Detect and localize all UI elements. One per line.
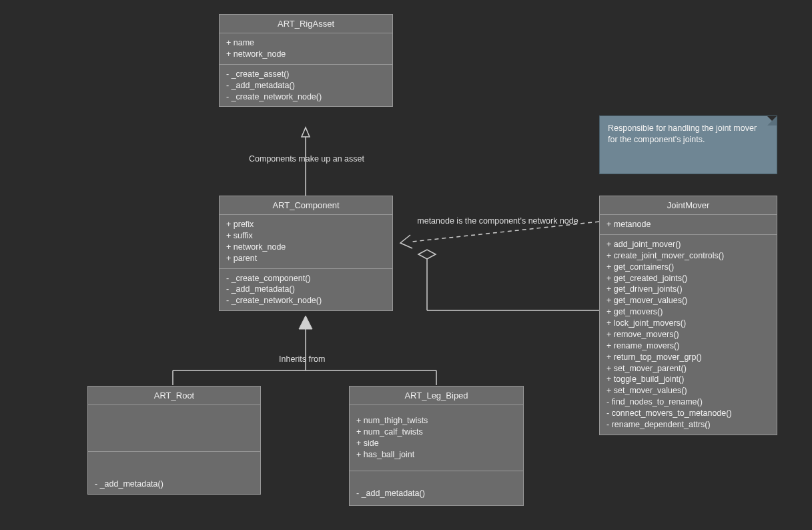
class-attrs: + prefix + suffix + network_node + paren… — [220, 215, 392, 269]
label-components-make-up-asset: Components make up an asset — [242, 154, 372, 164]
attr: + suffix — [226, 230, 386, 242]
op: - _add_metadata() — [226, 284, 386, 295]
attr: + prefix — [226, 219, 386, 230]
svg-marker-2 — [299, 316, 312, 329]
op: + get_containers() — [606, 262, 770, 273]
class-art-root: ART_Root - _add_metadata() — [87, 386, 261, 495]
class-ops: + add_joint_mover() + create_joint_mover… — [600, 235, 777, 435]
class-title: ART_Leg_Biped — [350, 386, 523, 405]
attr: + name — [226, 37, 386, 49]
op: + lock_joint_movers() — [606, 318, 770, 329]
class-ops: - _add_metadata() — [350, 471, 523, 506]
label-metanode: metanode is the component's network node — [404, 216, 591, 226]
class-ops: - _create_asset() - _add_metadata() - _c… — [220, 65, 392, 107]
attr: + metanode — [606, 219, 770, 230]
attr: + has_ball_joint — [356, 449, 516, 461]
attr: + parent — [226, 253, 386, 264]
class-art-component: ART_Component + prefix + suffix + networ… — [219, 196, 393, 311]
op: - _create_component() — [226, 273, 386, 284]
note-text: Responsible for handling the joint mover… — [608, 123, 757, 144]
op: + rename_movers() — [606, 340, 770, 352]
class-ops: - _add_metadata() — [88, 452, 260, 494]
attr: + num_calf_twists — [356, 427, 516, 438]
class-title: ART_Root — [88, 386, 260, 405]
class-attrs: + num_thigh_twists + num_calf_twists + s… — [350, 405, 523, 471]
op: + get_driven_joints() — [606, 284, 770, 295]
op: + remove_movers() — [606, 329, 770, 340]
note-fold-icon — [767, 116, 777, 125]
class-ops: - _create_component() - _add_metadata() … — [220, 269, 392, 311]
op: - connect_movers_to_metanode() — [606, 408, 770, 419]
op: + set_mover_parent() — [606, 363, 770, 374]
op: + toggle_build_joint() — [606, 374, 770, 385]
class-joint-mover: JointMover + metanode + add_joint_mover(… — [599, 196, 777, 435]
op: + add_joint_mover() — [606, 239, 770, 250]
class-art-rig-asset: ART_RigAsset + name + network_node - _cr… — [219, 14, 393, 107]
class-title: JointMover — [600, 196, 777, 215]
op: - _add_metadata() — [95, 479, 254, 490]
attr: + network_node — [226, 49, 386, 60]
op: + set_mover_values() — [606, 385, 770, 396]
op: + get_mover_values() — [606, 295, 770, 306]
op: + create_joint_mover_controls() — [606, 250, 770, 262]
class-art-leg-biped: ART_Leg_Biped + num_thigh_twists + num_c… — [349, 386, 524, 506]
svg-marker-1 — [302, 127, 310, 137]
op: + return_top_mover_grp() — [606, 352, 770, 363]
class-attrs: + metanode — [600, 215, 777, 235]
class-attrs: + name + network_node — [220, 33, 392, 65]
op: - rename_dependent_attrs() — [606, 419, 770, 431]
op: + get_movers() — [606, 306, 770, 318]
op: - _add_metadata() — [356, 488, 516, 499]
op: + get_created_joints() — [606, 273, 770, 284]
attr: + side — [356, 438, 516, 449]
op: - _create_network_node() — [226, 295, 386, 306]
op: - _create_network_node() — [226, 91, 386, 103]
op: - _add_metadata() — [226, 80, 386, 91]
attr: + network_node — [226, 242, 386, 253]
note-joint-mover: Responsible for handling the joint mover… — [599, 115, 777, 174]
class-attrs — [88, 405, 260, 452]
svg-marker-7 — [418, 250, 436, 259]
op: - _create_asset() — [226, 69, 386, 80]
label-inherits-from: Inherits from — [279, 354, 325, 364]
attr: + num_thigh_twists — [356, 415, 516, 427]
op: - find_nodes_to_rename() — [606, 396, 770, 408]
class-title: ART_Component — [220, 196, 392, 215]
class-title: ART_RigAsset — [220, 15, 392, 33]
